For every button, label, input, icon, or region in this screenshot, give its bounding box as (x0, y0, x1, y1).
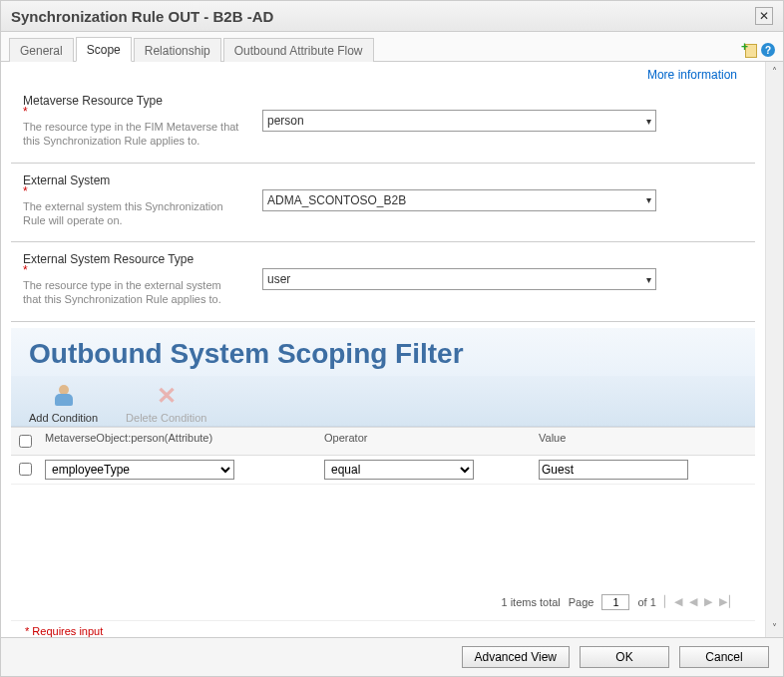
requires-input-note: * Requires input (11, 620, 755, 637)
metaverse-resource-type-select[interactable]: person ▾ (262, 110, 656, 132)
row-checkbox[interactable] (19, 463, 32, 476)
tabstrip: General Scope Relationship Outbound Attr… (1, 32, 783, 62)
column-operator: Operator (318, 428, 533, 455)
required-asterisk: * (23, 187, 242, 195)
more-information-link[interactable]: More information (11, 62, 755, 84)
items-total: 1 items total (501, 596, 560, 608)
page-label: Page (569, 596, 594, 608)
chevron-down-icon: ▾ (646, 194, 651, 205)
field-description: The resource type in the external system… (23, 278, 242, 307)
tab-outbound-attribute-flow[interactable]: Outbound Attribute Flow (223, 38, 374, 62)
advanced-view-button[interactable]: Advanced View (462, 646, 571, 668)
select-all-checkbox[interactable] (19, 435, 32, 448)
filter-grid-header: MetaverseObject:person(Attribute) Operat… (11, 427, 755, 456)
filter-toolbar: Add Condition ✕ Delete Condition (11, 376, 755, 427)
cancel-button[interactable]: Cancel (679, 646, 769, 668)
pager-nav-icons: ▏◀ ◀ ▶ ▶▏ (664, 595, 739, 608)
value-input[interactable] (539, 460, 688, 480)
required-asterisk: * (23, 266, 242, 274)
close-icon: ✕ (759, 9, 769, 23)
chevron-down-icon: ▾ (646, 116, 651, 127)
field-label: Metaverse Resource Type (23, 94, 242, 108)
body: More information Metaverse Resource Type… (1, 62, 783, 637)
select-value: user (267, 272, 290, 286)
vertical-scrollbar[interactable]: ˄ ˅ (765, 62, 783, 637)
dialog-window: Synchronization Rule OUT - B2B -AD ✕ Gen… (0, 0, 784, 677)
scroll-area: More information Metaverse Resource Type… (1, 62, 765, 637)
tab-scope[interactable]: Scope (76, 37, 132, 62)
filter-row: employeeType equal (11, 456, 755, 485)
delete-condition-label: Delete Condition (126, 412, 206, 424)
select-value: ADMA_SCONTOSO_B2B (267, 193, 406, 207)
new-item-icon[interactable] (743, 43, 757, 57)
pager: 1 items total Page of 1 ▏◀ ◀ ▶ ▶▏ (11, 584, 755, 620)
select-value: person (267, 114, 304, 128)
operator-select[interactable]: equal (324, 460, 474, 480)
close-button[interactable]: ✕ (755, 7, 773, 25)
field-label: External System (23, 173, 242, 187)
delete-condition-button: ✕ Delete Condition (126, 382, 206, 424)
page-number-input[interactable] (601, 594, 629, 610)
titlebar: Synchronization Rule OUT - B2B -AD ✕ (1, 1, 783, 32)
field-external-system: External System * The external system th… (11, 164, 755, 243)
tab-general[interactable]: General (9, 38, 74, 62)
page-of-label: of 1 (637, 596, 655, 608)
column-value: Value (533, 428, 755, 455)
dialog-footer: Advanced View OK Cancel (1, 637, 783, 676)
ok-button[interactable]: OK (580, 646, 669, 668)
field-external-system-resource-type: External System Resource Type * The reso… (11, 242, 755, 322)
field-description: The external system this Synchronization… (23, 199, 242, 228)
external-system-resource-type-select[interactable]: user ▾ (262, 268, 656, 290)
help-icon[interactable]: ? (761, 43, 775, 57)
attribute-select[interactable]: employeeType (45, 460, 234, 480)
field-label: External System Resource Type (23, 252, 242, 266)
external-system-select[interactable]: ADMA_SCONTOSO_B2B ▾ (262, 189, 656, 211)
add-condition-label: Add Condition (29, 412, 98, 424)
scroll-down-icon[interactable]: ˅ (772, 622, 777, 633)
filter-title: Outbound System Scoping Filter (29, 338, 737, 370)
add-condition-button[interactable]: Add Condition (29, 382, 98, 424)
filter-section-header: Outbound System Scoping Filter (11, 328, 755, 376)
delete-condition-icon: ✕ (157, 382, 177, 410)
chevron-down-icon: ▾ (646, 274, 651, 285)
required-asterisk: * (23, 108, 242, 116)
scroll-up-icon[interactable]: ˄ (772, 66, 777, 77)
add-condition-icon (53, 385, 75, 407)
window-title: Synchronization Rule OUT - B2B -AD (11, 8, 273, 25)
field-metaverse-resource-type: Metaverse Resource Type * The resource t… (11, 84, 755, 164)
column-attribute: MetaverseObject:person(Attribute) (39, 428, 318, 455)
field-description: The resource type in the FIM Metaverse t… (23, 120, 242, 149)
tab-relationship[interactable]: Relationship (134, 38, 221, 62)
